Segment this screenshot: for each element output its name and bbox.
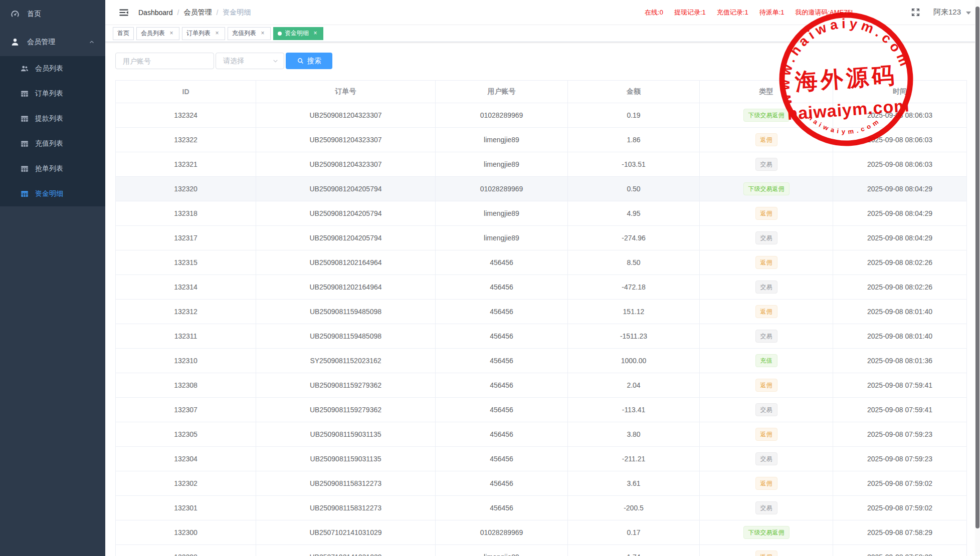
type-select[interactable]: 请选择: [216, 53, 284, 69]
cell-amount: -211.21: [568, 447, 700, 471]
sidebar-submenu-label: 充值列表: [35, 139, 63, 148]
sidebar-submenu-item[interactable]: 资金明细: [0, 181, 105, 206]
tab-close-icon[interactable]: ×: [312, 30, 319, 37]
cell-account: 456456: [436, 349, 568, 373]
sidebar-submenu-item[interactable]: 订单列表: [0, 81, 105, 106]
tab-label: 首页: [117, 29, 129, 38]
table-row[interactable]: 132305 UB2509081159031135 456456 3.80 返佣…: [116, 422, 966, 447]
table-row[interactable]: 132321 UB2509081204323307 limengjie89 -1…: [116, 152, 966, 177]
tab[interactable]: 会员列表 ×: [136, 27, 179, 40]
breadcrumb-separator: /: [216, 9, 218, 17]
chevron-up-icon: [88, 39, 95, 46]
cell-time: 2025-09-08 07:59:23: [833, 447, 966, 471]
table-column-header: 类型: [700, 81, 833, 103]
table-icon: [20, 114, 29, 123]
cell-type: 交易: [700, 324, 833, 349]
table-row[interactable]: 132304 UB2509081159031135 456456 -211.21…: [116, 447, 966, 471]
tab[interactable]: 首页: [113, 27, 134, 40]
table-row[interactable]: 132307 UB2509081159279362 456456 -113.41…: [116, 398, 966, 422]
cell-id: 132307: [116, 398, 256, 422]
funds-table: ID订单号用户账号金额类型时间 132324 UB250908120432330…: [115, 80, 967, 556]
sidebar-submenu-item[interactable]: 提款列表: [0, 106, 105, 131]
cell-id: 132324: [116, 103, 256, 128]
type-badge: 返佣: [755, 207, 777, 220]
dashboard-icon: [10, 9, 20, 19]
table-row[interactable]: 132322 UB2509081204323307 limengjie89 1.…: [116, 128, 966, 152]
tab-close-icon[interactable]: ×: [214, 30, 221, 37]
search-button[interactable]: 搜索: [286, 53, 332, 69]
search-icon: [297, 57, 304, 65]
sidebar-submenu-label: 提款列表: [35, 114, 63, 123]
tab[interactable]: 资金明细 ×: [273, 27, 323, 40]
cell-time: 2025-09-08 07:58:29: [833, 520, 966, 545]
tab-close-icon[interactable]: ×: [168, 30, 175, 37]
table-row[interactable]: 132312 UB2509081159485098 456456 151.12 …: [116, 300, 966, 324]
cell-id: 132320: [116, 177, 256, 201]
breadcrumb-member[interactable]: 会员管理: [183, 8, 212, 17]
table-row[interactable]: 132300 UB2507102141031029 01028289969 0.…: [116, 520, 966, 545]
account-search-input[interactable]: [115, 53, 214, 69]
table-row[interactable]: 132320 UB2509081204205794 01028289969 0.…: [116, 177, 966, 201]
table-column-header: 时间: [833, 81, 966, 103]
table-icon: [20, 164, 29, 173]
navbar-stat: 提现记录:1: [674, 8, 706, 17]
cell-order-number: UB2509081204205794: [256, 177, 436, 201]
cell-type: 返佣: [700, 373, 833, 398]
cell-time: 2025-09-08 08:01:40: [833, 324, 966, 349]
cell-order-number: UB2509081159279362: [256, 373, 436, 398]
type-badge: 交易: [755, 403, 777, 416]
chevron-down-icon: [272, 58, 279, 64]
sidebar-submenu-item[interactable]: 充值列表: [0, 131, 105, 156]
cell-type: 返佣: [700, 545, 833, 556]
cell-amount: -103.51: [568, 152, 700, 177]
cell-account: 01028289969: [436, 520, 568, 545]
table-row[interactable]: 132311 UB2509081159485098 456456 -1511.2…: [116, 324, 966, 349]
cell-id: 132322: [116, 128, 256, 152]
page-scrollbar[interactable]: [975, 0, 980, 556]
tab[interactable]: 充值列表 ×: [228, 27, 271, 40]
table-row[interactable]: 132314 UB2509081202164964 456456 -472.18…: [116, 275, 966, 300]
cell-account: 456456: [436, 398, 568, 422]
scrollbar-thumb[interactable]: [975, 7, 979, 528]
sidebar-item-member-management[interactable]: 会员管理: [0, 28, 105, 56]
cell-type: 交易: [700, 496, 833, 520]
navbar-stats: 在线:0提现记录:1充值记录:1待派单:1我的邀请码:AME75L: [645, 8, 855, 17]
cell-time: 2025-09-08 08:02:26: [833, 250, 966, 275]
cell-type: 交易: [700, 447, 833, 471]
cell-time: 2025-09-08 07:59:41: [833, 398, 966, 422]
cell-amount: -200.5: [568, 496, 700, 520]
sidebar-submenu-item[interactable]: 抢单列表: [0, 156, 105, 181]
table-row[interactable]: 132310 SY2509081152023162 456456 1000.00…: [116, 349, 966, 373]
cell-account: 01028289969: [436, 177, 568, 201]
table-row[interactable]: 132317 UB2509081204205794 limengjie89 -2…: [116, 226, 966, 250]
cell-account: limengjie89: [436, 545, 568, 556]
tab-close-icon[interactable]: ×: [259, 30, 266, 37]
cell-type: 返佣: [700, 300, 833, 324]
cell-type: 下级交易返佣: [700, 520, 833, 545]
type-badge: 返佣: [755, 305, 777, 318]
sidebar-toggle-icon[interactable]: [118, 7, 129, 18]
cell-order-number: UB2507102141031029: [256, 545, 436, 556]
tab[interactable]: 订单列表 ×: [182, 27, 225, 40]
user-menu[interactable]: 阿来123: [933, 8, 971, 17]
cell-type: 交易: [700, 398, 833, 422]
breadcrumb-dashboard[interactable]: Dashboard: [138, 9, 173, 17]
main-area: Dashboard / 会员管理 / 资金明细 在线:0提现记录:1充值记录:1…: [105, 0, 980, 556]
table-row[interactable]: 132315 UB2509081202164964 456456 8.50 返佣…: [116, 250, 966, 275]
fullscreen-icon[interactable]: [911, 8, 920, 17]
cell-order-number: UB2509081204323307: [256, 128, 436, 152]
sidebar-submenu-item[interactable]: 会员列表: [0, 56, 105, 81]
content: 请选择 搜索 ID订单号用户账号金额类型时间 132324 UB25090812…: [105, 53, 980, 556]
table-row[interactable]: 132301 UB2509081158312273 456456 -200.5 …: [116, 496, 966, 520]
cell-order-number: UB2509081202164964: [256, 275, 436, 300]
sidebar-submenu-label: 抢单列表: [35, 164, 63, 173]
cell-id: 132305: [116, 422, 256, 447]
table-row[interactable]: 132298 UB2507102141031029 limengjie89 1.…: [116, 545, 966, 556]
table-row[interactable]: 132308 UB2509081159279362 456456 2.04 返佣…: [116, 373, 966, 398]
cell-type: 交易: [700, 226, 833, 250]
table-row[interactable]: 132318 UB2509081204205794 limengjie89 4.…: [116, 201, 966, 226]
sidebar-item-home[interactable]: 首页: [0, 0, 105, 28]
table-row[interactable]: 132302 UB2509081158312273 456456 3.61 返佣…: [116, 471, 966, 496]
table-icon: [20, 139, 29, 148]
table-row[interactable]: 132324 UB2509081204323307 01028289969 0.…: [116, 103, 966, 128]
